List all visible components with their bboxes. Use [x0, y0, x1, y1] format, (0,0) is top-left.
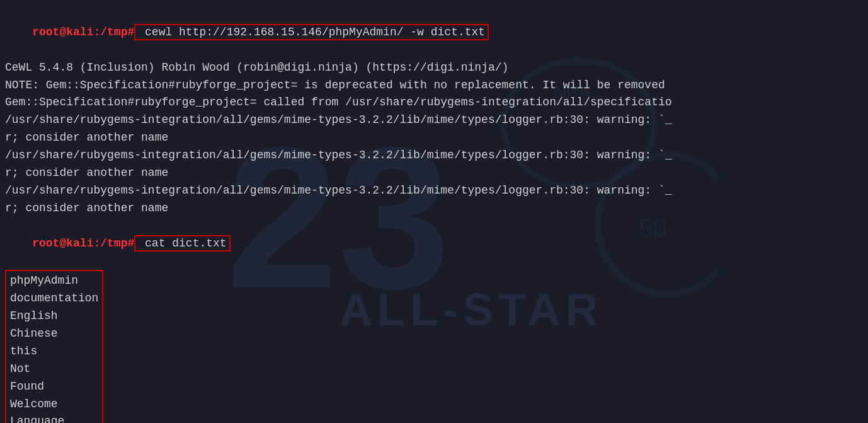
output-line-10: r; consider another name: [5, 200, 868, 217]
output-line-8: r; consider another name: [5, 165, 868, 182]
command-2: cat dict.txt: [134, 235, 230, 252]
terminal-window: root@kali:/tmp# cewl http://192.168.15.1…: [0, 0, 868, 423]
command-line-2: root@kali:/tmp# cat dict.txt: [5, 217, 868, 270]
command-1: cewl http://192.168.15.146/phpMyAdmin/ -…: [134, 24, 489, 40]
command-line-1: root@kali:/tmp# cewl http://192.168.15.1…: [5, 6, 868, 59]
dict-item: Chinese: [10, 325, 98, 343]
dict-item: Not: [10, 361, 98, 378]
dict-item: Welcome: [10, 396, 98, 414]
output-line-2: CeWL 5.4.8 (Inclusion) Robin Wood (robin…: [5, 59, 868, 77]
output-line-6: r; consider another name: [5, 129, 868, 147]
output-line-7: /usr/share/rubygems-integration/all/gems…: [5, 147, 868, 165]
output-line-5: /usr/share/rubygems-integration/all/gems…: [5, 112, 868, 129]
dict-item: English: [10, 308, 98, 325]
output-line-9: /usr/share/rubygems-integration/all/gems…: [5, 182, 868, 200]
dict-item: Found: [10, 378, 98, 396]
output-line-4: Gem::Specification#rubyforge_project= ca…: [5, 94, 868, 112]
dict-output-box: phpMyAdmindocumentationEnglishChinesethi…: [5, 270, 103, 423]
dict-item: Language: [10, 413, 98, 423]
prompt-2: root@kali:/tmp#: [32, 237, 134, 250]
output-line-3: NOTE: Gem::Specification#rubyforge_proje…: [5, 77, 868, 95]
dict-item: documentation: [10, 290, 98, 308]
dict-item: phpMyAdmin: [10, 272, 98, 290]
dict-item: this: [10, 343, 98, 361]
prompt-1: root@kali:/tmp#: [32, 26, 134, 38]
